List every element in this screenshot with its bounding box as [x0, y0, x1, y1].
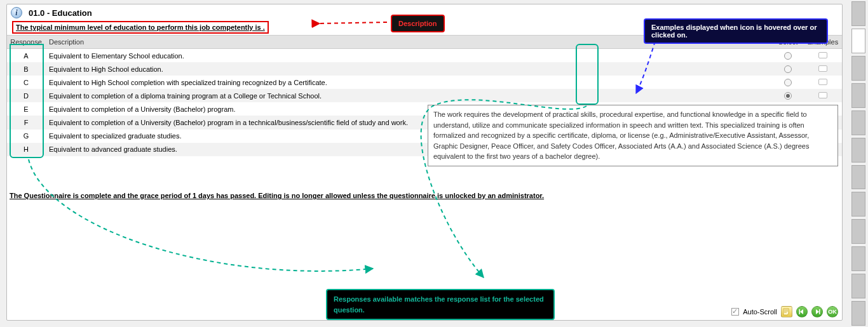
examples-cell: [804, 50, 842, 62]
question-text: The typical minimum level of education t…: [12, 21, 269, 34]
strip-block[interactable]: [851, 165, 865, 190]
select-radio[interactable]: [784, 52, 792, 60]
strip-block[interactable]: [851, 301, 865, 326]
strip-block[interactable]: [851, 83, 865, 108]
response-description: Equivalent to Elementary School educatio…: [45, 50, 772, 62]
examples-cell: [804, 90, 842, 102]
strip-block[interactable]: [851, 138, 865, 163]
notes-icon[interactable]: [781, 306, 792, 317]
info-icon[interactable]: i: [11, 7, 22, 18]
select-radio[interactable]: [784, 92, 792, 100]
svg-rect-0: [799, 309, 801, 314]
auto-scroll-checkbox[interactable]: [731, 308, 739, 316]
response-description: Equivalent to High School education.: [45, 63, 772, 76]
strip-block[interactable]: [851, 1, 865, 26]
examples-icon[interactable]: [818, 92, 827, 98]
response-code: G: [7, 130, 45, 142]
response-code: A: [7, 50, 45, 62]
response-code: E: [7, 103, 45, 116]
lock-message: The Questionnaire is complete and the gr…: [10, 192, 839, 199]
prev-icon[interactable]: [796, 306, 808, 317]
select-cell: [772, 89, 804, 102]
table-row: CEquivalent to High School completion wi…: [7, 76, 842, 89]
col-header-response: Response: [7, 36, 45, 48]
next-icon[interactable]: [811, 306, 823, 317]
page-title: 01.0 - Education: [29, 8, 92, 18]
examples-cell: [804, 63, 842, 76]
ok-button[interactable]: OK: [827, 306, 838, 317]
response-code: F: [7, 116, 45, 129]
main-panel: i 01.0 - Education The typical minimum l…: [6, 4, 843, 321]
response-code: H: [7, 143, 45, 156]
strip-block[interactable]: [851, 219, 865, 244]
response-description: Equivalent to completion of a diploma tr…: [45, 90, 772, 102]
select-cell: [772, 62, 804, 76]
callout-description: Description: [391, 15, 445, 32]
table-row: AEquivalent to Elementary School educati…: [7, 49, 842, 62]
example-tooltip: The work requires the development of pra…: [428, 105, 838, 166]
examples-icon[interactable]: [818, 79, 827, 85]
strip-block[interactable]: [851, 274, 865, 298]
select-cell: [772, 49, 804, 62]
examples-icon[interactable]: [818, 52, 827, 58]
select-radio[interactable]: [784, 65, 792, 73]
strip-block[interactable]: [851, 192, 865, 217]
footer-bar: Auto-Scroll OK: [731, 306, 838, 317]
examples-cell: [804, 76, 842, 89]
right-nav-strip: [849, 0, 868, 327]
strip-block[interactable]: [851, 110, 865, 135]
select-cell: [772, 76, 804, 89]
strip-block[interactable]: [851, 29, 865, 53]
response-code: B: [7, 63, 45, 76]
svg-rect-1: [819, 309, 820, 314]
table-row: DEquivalent to completion of a diploma t…: [7, 89, 842, 102]
response-description: Equivalent to High School completion wit…: [45, 76, 772, 89]
response-code: C: [7, 76, 45, 89]
auto-scroll-label: Auto-Scroll: [743, 308, 777, 316]
strip-block[interactable]: [851, 56, 865, 81]
select-radio[interactable]: [784, 79, 792, 86]
callout-responses-match: Responses available matches the response…: [326, 289, 555, 320]
strip-block[interactable]: [851, 246, 865, 271]
response-code: D: [7, 90, 45, 102]
callout-examples-hover: Examples displayed when icon is hovered …: [644, 18, 828, 44]
table-row: BEquivalent to High School education.: [7, 62, 842, 76]
examples-icon[interactable]: [818, 65, 827, 72]
